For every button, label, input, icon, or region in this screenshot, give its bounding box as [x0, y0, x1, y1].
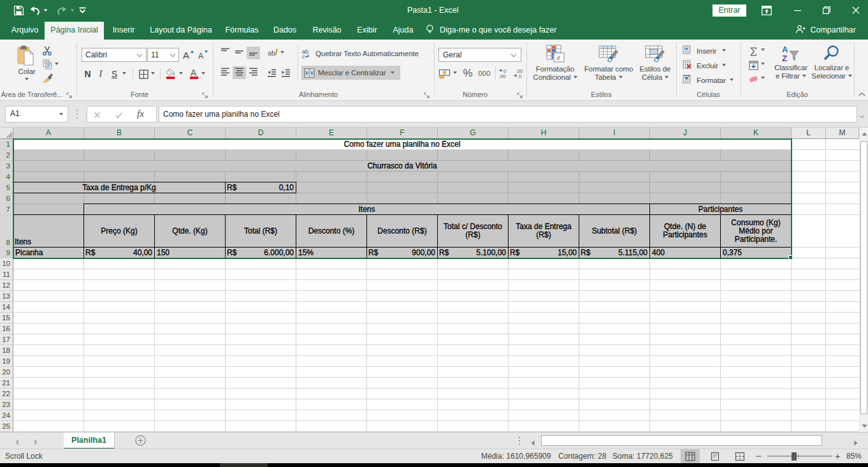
column-header-K[interactable]: K — [721, 128, 792, 139]
sign-in-button[interactable]: Entrar — [712, 4, 746, 17]
redo-dropdown-arrow[interactable] — [69, 0, 75, 20]
cell-M3[interactable] — [826, 161, 859, 172]
font-color-dropdown-arrow[interactable] — [201, 72, 205, 75]
row-header-25[interactable]: 25 — [0, 421, 13, 432]
fill-dropdown-arrow[interactable] — [761, 63, 765, 65]
delete-cells-button[interactable]: Excluir — [683, 61, 718, 71]
underline-button[interactable]: S — [110, 68, 119, 80]
clipboard-dialog-launcher[interactable] — [66, 90, 74, 98]
row-header-13[interactable]: 13 — [0, 291, 13, 302]
increase-indent-button[interactable] — [279, 66, 293, 79]
tab-revisao[interactable]: Revisão — [305, 20, 349, 40]
row-header-8[interactable]: 8 — [0, 215, 13, 248]
autosum-dropdown-arrow[interactable] — [761, 48, 765, 51]
cell-L6[interactable] — [792, 193, 826, 204]
row-header-15[interactable]: 15 — [0, 313, 13, 323]
fill-color-button[interactable] — [164, 67, 177, 80]
namebox-splitter[interactable] — [76, 110, 78, 119]
cell-L9[interactable] — [792, 248, 826, 258]
delete-cells-dropdown-arrow[interactable] — [722, 64, 726, 66]
row-header-5[interactable]: 5 — [0, 182, 13, 193]
tab-exibir[interactable]: Exibir — [349, 20, 385, 40]
row-header-17[interactable]: 17 — [0, 334, 13, 345]
tab-dados[interactable]: Dados — [265, 20, 305, 40]
column-header-L[interactable]: L — [792, 128, 826, 139]
column-header-I[interactable]: I — [579, 128, 650, 139]
row-header-9[interactable]: 9 — [0, 248, 13, 258]
column-header-H[interactable]: H — [509, 128, 579, 139]
fill-color-dropdown-arrow[interactable] — [179, 72, 183, 75]
horizontal-scrollbar[interactable] — [531, 435, 858, 446]
row-header-22[interactable]: 22 — [0, 389, 13, 399]
customize-qat-button[interactable] — [76, 0, 88, 20]
increase-font-button[interactable]: A — [181, 47, 195, 61]
name-box[interactable]: A1 — [5, 106, 68, 122]
align-left-button[interactable] — [219, 66, 232, 79]
column-header-M[interactable]: M — [826, 128, 859, 139]
insert-function-button[interactable]: fx — [137, 108, 144, 119]
column-header-B[interactable]: B — [84, 128, 155, 139]
find-select-button[interactable]: Localizar eSelecionar — [809, 45, 854, 80]
undo-button[interactable] — [28, 0, 42, 20]
view-normal-button[interactable] — [681, 449, 700, 463]
row-header-20[interactable]: 20 — [0, 367, 13, 378]
orientation-dropdown-arrow[interactable] — [280, 51, 284, 54]
insert-cells-button[interactable]: Inserir — [683, 46, 716, 56]
cell-L4[interactable] — [792, 172, 826, 182]
zoom-level[interactable]: 85% — [846, 449, 862, 463]
clear-dropdown-arrow[interactable] — [761, 77, 765, 79]
formula-input[interactable]: Como fazer uma planilha no Excel — [159, 106, 857, 122]
zoom-out-button[interactable]: − — [756, 449, 762, 463]
row-header-24[interactable]: 24 — [0, 410, 13, 421]
tell-me-box[interactable]: Diga-me o que você deseja fazer — [426, 20, 556, 40]
row-header-6[interactable]: 6 — [0, 193, 13, 204]
font-dialog-launcher[interactable] — [202, 90, 210, 98]
scroll-left-button[interactable] — [531, 437, 535, 448]
scroll-down-button[interactable] — [860, 420, 868, 431]
undo-dropdown-arrow[interactable] — [42, 0, 48, 20]
sheet-nav-next-button[interactable] — [33, 437, 39, 448]
autosum-button[interactable] — [747, 45, 760, 57]
borders-dropdown-arrow[interactable] — [151, 72, 155, 75]
view-page-layout-button[interactable] — [705, 449, 725, 463]
collapse-ribbon-button[interactable] — [857, 89, 867, 98]
sheet-nav-prev-button[interactable] — [14, 437, 20, 448]
paste-button[interactable]: Colar — [11, 45, 42, 80]
cell-L1[interactable] — [792, 139, 826, 150]
cell-M6[interactable] — [826, 193, 859, 204]
orientation-button[interactable]: ab — [266, 47, 279, 59]
wrap-text-button[interactable]: abc Quebrar Texto Automaticamente — [301, 48, 419, 59]
column-header-A[interactable]: A — [13, 128, 84, 139]
cell-M2[interactable] — [826, 150, 859, 161]
column-header-F[interactable]: F — [367, 128, 438, 139]
row-header-11[interactable]: 11 — [0, 269, 13, 280]
tab-pagina-inicial[interactable]: Página Inicial — [45, 22, 104, 40]
scroll-up-button[interactable] — [860, 128, 868, 139]
close-button[interactable] — [841, 0, 868, 20]
zoom-slider-thumb[interactable] — [792, 452, 797, 461]
tab-layout-da-pagina[interactable]: Layout da Página — [143, 20, 219, 40]
cell-styles-button[interactable]: Estilos deCélula — [636, 45, 674, 82]
align-center-button[interactable] — [233, 66, 246, 79]
fill-handle[interactable] — [788, 255, 792, 259]
row-header-3[interactable]: 3 — [0, 161, 13, 172]
clear-button[interactable] — [747, 73, 760, 85]
percent-style-button[interactable]: % — [461, 66, 474, 80]
fill-button[interactable] — [747, 59, 760, 71]
cell-M4[interactable] — [826, 172, 859, 182]
sort-filter-button[interactable]: A Z Classificare Filtrar — [771, 45, 811, 80]
row-header-18[interactable]: 18 — [0, 345, 13, 356]
font-size-combo[interactable]: 11 — [147, 48, 179, 62]
merge-center-button[interactable]: Mesclar e Centralizar — [301, 66, 400, 80]
restore-button[interactable] — [812, 0, 841, 20]
cell-L7[interactable] — [792, 204, 826, 215]
format-painter-button[interactable] — [41, 73, 54, 83]
copy-dropdown-arrow[interactable] — [55, 63, 59, 65]
scroll-right-button[interactable] — [854, 437, 858, 448]
cell-M1[interactable] — [826, 139, 859, 150]
format-as-table-button[interactable]: Formatar comoTabela — [582, 45, 635, 82]
decrease-font-button[interactable]: A — [196, 47, 210, 61]
save-button[interactable] — [9, 0, 28, 20]
decrease-indent-button[interactable] — [265, 66, 278, 79]
redo-button[interactable] — [55, 0, 69, 20]
